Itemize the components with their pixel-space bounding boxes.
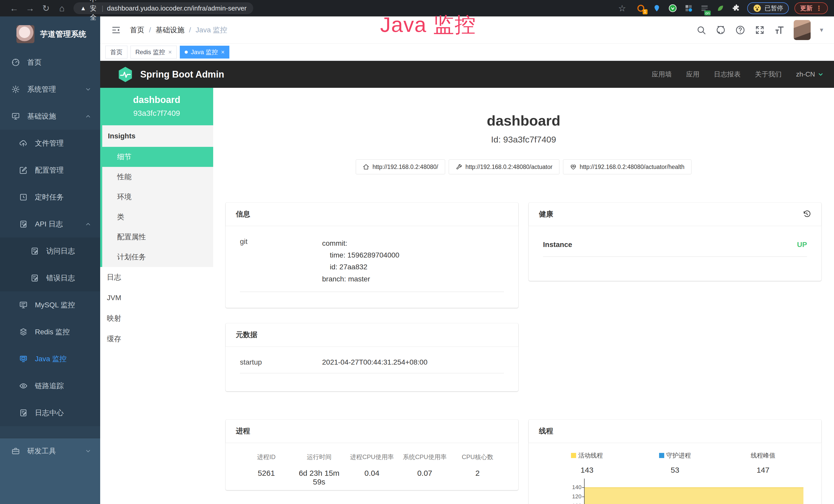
reload-icon[interactable]: ↻ xyxy=(38,3,54,13)
sidebar-item-error-logs[interactable]: 错误日志 xyxy=(0,265,100,292)
sidebar-item-infrastructure[interactable]: 基础设施 xyxy=(0,103,100,130)
grid-extension-icon[interactable] xyxy=(683,3,694,13)
sidebar-item-config-management[interactable]: 配置管理 xyxy=(0,157,100,184)
green-circle-extension-icon[interactable] xyxy=(667,3,678,13)
service-url-button[interactable]: http://192.168.0.2:48080/ xyxy=(356,159,445,174)
subnav-item-scheduled-tasks[interactable]: 计划任务 xyxy=(102,247,213,267)
sba-nav-wallboard[interactable]: 应用墙 xyxy=(652,70,672,79)
sidebar-bottom-section: 研发工具 xyxy=(0,438,100,504)
sidebar-item-dev-tools[interactable]: 研发工具 xyxy=(0,438,100,464)
back-icon[interactable]: ← xyxy=(6,3,22,13)
tab-label: Java 监控 xyxy=(191,48,218,56)
extension-orange-icon[interactable]: 1 xyxy=(636,3,646,13)
breadcrumb-home[interactable]: 首页 xyxy=(130,25,144,35)
browser-menu-icon[interactable]: ⋮ xyxy=(815,4,822,12)
sidebar-item-label: API 日志 xyxy=(35,219,63,229)
subnav-item-logs[interactable]: 日志 xyxy=(100,267,213,288)
git-time-line: time: 1596289704000 xyxy=(322,249,504,261)
spring-boot-admin-logo-icon xyxy=(117,66,134,83)
update-label: 更新 xyxy=(800,4,812,12)
wrench-icon xyxy=(456,164,462,170)
subnav-item-details[interactable]: 细节 xyxy=(102,147,213,167)
sidebar-item-home[interactable]: 首页 xyxy=(0,49,100,76)
process-value-pid: 5261 xyxy=(240,469,293,486)
help-icon[interactable] xyxy=(735,25,745,35)
sidebar-item-label: 文件管理 xyxy=(35,138,64,148)
threads-legend: 活动线程 143 守护进程 53 线程峰值 147 xyxy=(543,451,807,475)
sidebar-item-redis-monitor[interactable]: Redis 监控 xyxy=(0,318,100,345)
tab-redis-monitor[interactable]: Redis 监控 × xyxy=(130,46,177,59)
bars-on-extension-icon[interactable]: on xyxy=(699,3,710,13)
sba-nav-about[interactable]: 关于我们 xyxy=(755,70,782,79)
history-icon[interactable] xyxy=(803,210,811,219)
legend-label: 线程峰值 xyxy=(751,451,775,460)
process-header-process-cpu: 进程CPU使用率 xyxy=(346,453,398,461)
locale-selector[interactable]: zh-CN xyxy=(796,70,824,78)
sidebar-item-mysql-monitor[interactable]: MySQL 监控 xyxy=(0,292,100,318)
update-browser-button[interactable]: 更新 ⋮ xyxy=(794,2,828,14)
y-axis-tick: 140 xyxy=(572,484,581,491)
gauge-icon xyxy=(11,58,20,67)
sidebar-item-system-management[interactable]: 系统管理 xyxy=(0,76,100,103)
home-icon xyxy=(363,164,369,170)
insights-section-title: Insights xyxy=(102,125,213,147)
tab-home[interactable]: 首页 xyxy=(105,46,127,59)
github-icon[interactable] xyxy=(716,25,726,35)
actuator-url-button[interactable]: http://192.168.0.2:48080/actuator xyxy=(449,159,559,174)
home-icon[interactable]: ⌂ xyxy=(54,3,70,13)
search-icon[interactable] xyxy=(696,25,706,35)
sba-nav-journal[interactable]: 日志报表 xyxy=(714,70,741,79)
sidebar-item-tracing[interactable]: 链路追踪 xyxy=(0,372,100,399)
address-bar[interactable]: ▲ 不安全 | dashboard.yudao.iocoder.cn/infra… xyxy=(73,2,253,14)
sidebar-item-log-center[interactable]: 日志中心 xyxy=(0,399,100,426)
health-url-button[interactable]: http://192.168.0.2:48080/actuator/health xyxy=(563,159,692,174)
subnav-item-config-props[interactable]: 配置属性 xyxy=(102,227,213,247)
pin-extension-icon[interactable] xyxy=(652,3,662,13)
close-icon[interactable]: × xyxy=(221,48,224,56)
extension-badge: 1 xyxy=(643,9,648,15)
leaf-extension-icon[interactable] xyxy=(715,3,726,13)
subnav-item-classes[interactable]: 类 xyxy=(102,207,213,227)
process-header-uptime: 运行时间 xyxy=(293,453,346,461)
caret-down-icon[interactable]: ▾ xyxy=(820,26,823,34)
subnav-item-mappings[interactable]: 映射 xyxy=(100,308,213,329)
forward-icon[interactable]: → xyxy=(22,3,38,13)
puzzle-extensions-icon[interactable] xyxy=(731,3,742,13)
subnav-item-caches[interactable]: 缓存 xyxy=(100,329,213,349)
sidebar-item-file-management[interactable]: 文件管理 xyxy=(0,130,100,157)
info-card: 信息 git commit: time: 1596289704000 id: 2… xyxy=(225,203,518,308)
brand-header[interactable]: 芋道管理系统 xyxy=(0,17,100,46)
process-value-process-cpu: 0.04 xyxy=(346,469,398,486)
sba-nav-applications[interactable]: 应用 xyxy=(686,70,699,79)
subnav-item-jvm[interactable]: JVM xyxy=(100,288,213,308)
tab-java-monitor[interactable]: Java 监控 × xyxy=(180,46,229,59)
breadcrumb-infrastructure[interactable]: 基础设施 xyxy=(156,25,184,35)
chevron-down-icon xyxy=(817,71,824,77)
metadata-value: 2021-04-27T00:44:31.254+08:00 xyxy=(322,358,504,366)
sidebar-item-scheduled-tasks[interactable]: 定时任务 xyxy=(0,184,100,210)
bookmark-star-icon[interactable]: ☆ xyxy=(614,3,630,13)
fullscreen-icon[interactable] xyxy=(755,25,765,35)
sidebar-item-label: MySQL 监控 xyxy=(35,300,75,310)
close-icon[interactable]: × xyxy=(168,48,172,56)
user-avatar[interactable] xyxy=(794,20,811,40)
process-table: 进程ID 运行时间 进程CPU使用率 系统CPU使用率 CPU核心数 5261 … xyxy=(240,453,504,486)
extension-on-badge: on xyxy=(704,10,711,16)
font-size-icon[interactable] xyxy=(774,25,785,35)
profile-paused-badge[interactable]: 已暂停 xyxy=(747,2,789,14)
subnav-label: 映射 xyxy=(107,314,121,323)
sidebar-item-api-logs[interactable]: API 日志 xyxy=(0,210,100,237)
instance-header[interactable]: dashboard 93a3fc7f7409 xyxy=(100,88,213,125)
sidebar-item-java-monitor[interactable]: Java 监控 xyxy=(0,345,100,372)
sba-brand-title[interactable]: Spring Boot Admin xyxy=(140,69,224,80)
edit-icon xyxy=(19,166,28,175)
process-header-system-cpu: 系统CPU使用率 xyxy=(398,453,451,461)
subnav-item-performance[interactable]: 性能 xyxy=(102,167,213,187)
screen-icon xyxy=(19,354,28,363)
legend-yellow-swatch xyxy=(571,453,576,458)
subnav-item-environment[interactable]: 环境 xyxy=(102,187,213,207)
legend-label: 活动线程 xyxy=(578,451,603,460)
sidebar-fold-icon[interactable] xyxy=(111,25,121,35)
sidebar-item-access-logs[interactable]: 访问日志 xyxy=(0,237,100,265)
brand-title: 芋道管理系统 xyxy=(40,29,86,40)
